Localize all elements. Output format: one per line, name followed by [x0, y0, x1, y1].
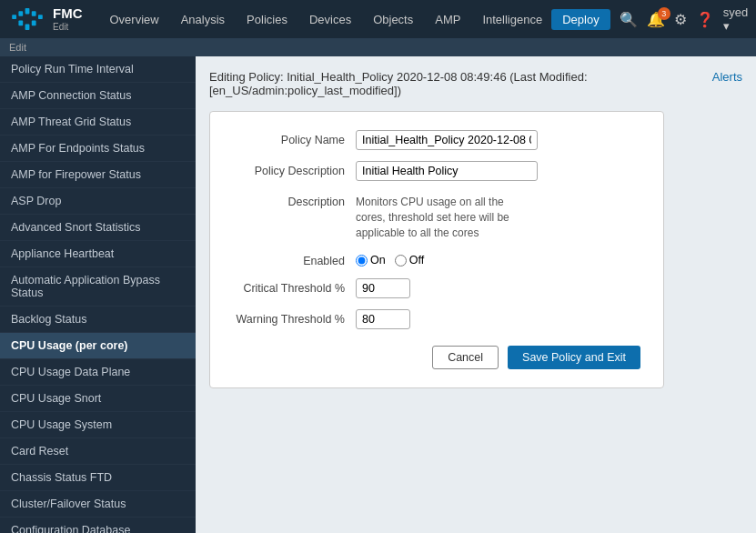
sidebar-item-cpu-snort[interactable]: CPU Usage Snort	[0, 386, 196, 412]
sidebar-item-cpu-data-plane[interactable]: CPU Usage Data Plane	[0, 359, 196, 386]
sidebar: Policy Run Time Interval AMP Connection …	[0, 56, 196, 533]
content-area: Alerts Editing Policy: Initial_Health_Po…	[196, 56, 756, 533]
warning-threshold-row: Warning Threshold %	[228, 309, 640, 329]
nav-devices[interactable]: Devices	[300, 9, 360, 30]
svg-rect-1	[18, 11, 23, 16]
svg-rect-0	[25, 8, 30, 14]
critical-threshold-row: Critical Threshold %	[228, 278, 640, 298]
policy-name-row: Policy Name	[228, 130, 640, 150]
policy-description-label: Policy Description	[228, 161, 356, 177]
radio-off[interactable]	[395, 255, 407, 266]
cisco-logo-icon	[9, 7, 45, 31]
svg-rect-6	[32, 21, 36, 26]
fmc-title: FMC Edit	[53, 5, 83, 33]
notification-badge: 3	[658, 7, 670, 20]
description-label: Description	[228, 192, 356, 208]
alerts-link[interactable]: Alerts	[712, 70, 742, 84]
critical-threshold-input[interactable]	[356, 278, 410, 298]
sidebar-item-policy-run-time[interactable]: Policy Run Time Interval	[0, 56, 196, 83]
sidebar-item-advanced-snort[interactable]: Advanced Snort Statistics	[0, 215, 196, 241]
policy-name-input[interactable]	[356, 130, 538, 150]
app-subtitle: Edit	[53, 22, 83, 33]
sub-nav: Edit	[0, 38, 756, 56]
sidebar-item-card-reset[interactable]: Card Reset	[0, 438, 196, 465]
main-layout: Policy Run Time Interval AMP Connection …	[0, 56, 756, 533]
on-label: On	[370, 254, 386, 266]
search-icon[interactable]: 🔍	[620, 11, 638, 28]
enabled-row: Enabled On Off	[228, 251, 640, 267]
enabled-radio-group: On Off	[356, 251, 424, 266]
cancel-button[interactable]: Cancel	[432, 346, 499, 369]
critical-threshold-label: Critical Threshold %	[228, 278, 356, 295]
logo-area: FMC Edit	[9, 5, 83, 33]
notification-icon[interactable]: 🔔 3	[647, 11, 665, 28]
nav-right: Deploy 🔍 🔔 3 ⚙ ❓ syed ▾	[551, 5, 748, 33]
sidebar-item-asp-drop[interactable]: ASP Drop	[0, 188, 196, 215]
settings-icon[interactable]: ⚙	[674, 11, 687, 28]
radio-on[interactable]	[356, 255, 368, 266]
radio-off-label[interactable]: Off	[395, 254, 424, 266]
app-title: FMC	[53, 5, 83, 22]
nav-links: Overview Analysis Policies Devices Objec…	[101, 9, 552, 30]
sidebar-item-cluster-failover[interactable]: Cluster/Failover Status	[0, 491, 196, 518]
description-row: Description Monitors CPU usage on all th…	[228, 192, 640, 240]
nav-policies[interactable]: Policies	[237, 9, 297, 30]
help-icon[interactable]: ❓	[696, 11, 714, 28]
svg-rect-5	[18, 21, 23, 26]
nav-overview[interactable]: Overview	[101, 9, 168, 30]
off-label: Off	[409, 254, 424, 266]
nav-intelligence[interactable]: Intelligence	[473, 9, 551, 30]
svg-rect-4	[38, 15, 43, 19]
save-button[interactable]: Save Policy and Exit	[508, 346, 640, 369]
form-actions: Cancel Save Policy and Exit	[228, 346, 640, 369]
sidebar-item-backlog[interactable]: Backlog Status	[0, 307, 196, 333]
policy-description-row: Policy Description	[228, 161, 640, 181]
sidebar-item-cpu-per-core[interactable]: CPU Usage (per core)	[0, 333, 196, 359]
user-menu[interactable]: syed ▾	[723, 5, 748, 33]
sidebar-item-config-db[interactable]: Configuration Database	[0, 518, 196, 533]
sidebar-item-amp-firepower[interactable]: AMP for Firepower Status	[0, 162, 196, 188]
nav-analysis[interactable]: Analysis	[172, 9, 234, 30]
top-nav: FMC Edit Overview Analysis Policies Devi…	[0, 0, 756, 38]
policy-name-label: Policy Name	[228, 130, 356, 146]
sidebar-item-amp-threat-grid[interactable]: AMP Threat Grid Status	[0, 109, 196, 136]
nav-amp[interactable]: AMP	[426, 9, 469, 30]
sidebar-item-chassis-ftd[interactable]: Chassis Status FTD	[0, 465, 196, 491]
description-text: Monitors CPU usage on all the cores, thr…	[356, 192, 519, 240]
svg-rect-7	[25, 25, 30, 30]
sidebar-item-appliance-heartbeat[interactable]: Appliance Heartbeat	[0, 241, 196, 267]
page-heading: Editing Policy: Initial_Health_Policy 20…	[209, 70, 670, 97]
deploy-button[interactable]: Deploy	[551, 9, 610, 30]
svg-rect-2	[32, 11, 36, 16]
warning-threshold-input[interactable]	[356, 309, 410, 329]
svg-rect-3	[12, 15, 16, 19]
sidebar-item-amp-connection[interactable]: AMP Connection Status	[0, 83, 196, 109]
sidebar-item-amp-endpoints[interactable]: AMP For Endpoints Status	[0, 136, 196, 162]
form-card: Policy Name Policy Description Descripti…	[209, 111, 664, 388]
enabled-label: Enabled	[228, 251, 356, 267]
radio-on-label[interactable]: On	[356, 254, 386, 266]
sidebar-item-aab-status[interactable]: Automatic Application Bypass Status	[0, 267, 196, 307]
policy-description-input[interactable]	[356, 161, 538, 181]
warning-threshold-label: Warning Threshold %	[228, 309, 356, 326]
sidebar-item-cpu-system[interactable]: CPU Usage System	[0, 412, 196, 438]
breadcrumb: Edit	[9, 42, 26, 53]
nav-objects[interactable]: Objects	[364, 9, 422, 30]
